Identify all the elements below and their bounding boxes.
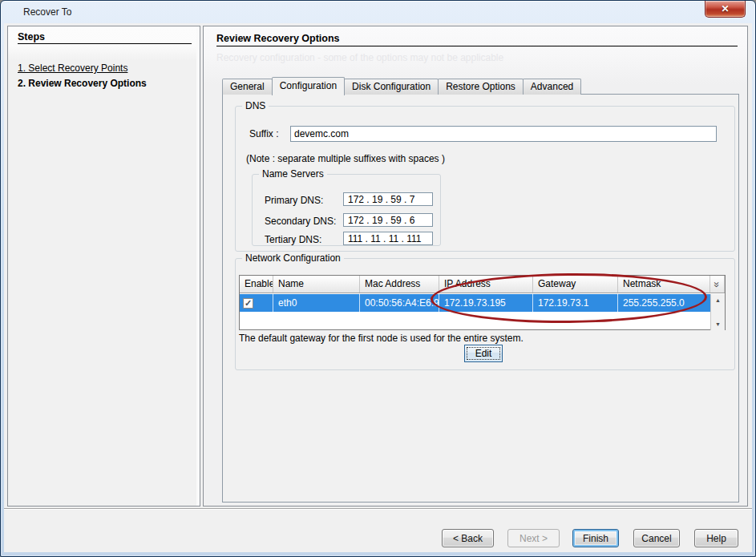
dns-suffix-input[interactable] — [290, 126, 717, 142]
name-cell: eth0 — [273, 294, 360, 312]
tertiary-dns-field[interactable]: 111 . 11 . 11 . 111 — [343, 232, 433, 245]
steps-heading-underline — [18, 43, 192, 44]
network-configuration-group: Network Configuration Enable Name Mac Ad… — [235, 258, 735, 370]
dns-group-label: DNS — [242, 100, 269, 111]
column-header-name[interactable]: Name — [273, 276, 360, 293]
step-review-recovery-options[interactable]: 2. Review Recovery Options — [18, 78, 147, 89]
netmask-cell: 255.255.255.0 — [618, 294, 710, 312]
network-table-header: Enable Name Mac Address IP Address Gatew… — [240, 276, 725, 293]
back-button[interactable]: < Back — [442, 529, 494, 547]
gateway-note: The default gateway for the first node i… — [239, 333, 524, 344]
enable-cell: ✓ — [240, 294, 273, 312]
gateway-cell: 172.19.73.1 — [533, 294, 618, 312]
name-servers-group: Name Servers Primary DNS: 172 . 19 . 59 … — [252, 174, 441, 246]
recover-to-dialog: Recover To ✕ Steps 1. Select Recovery Po… — [0, 0, 756, 557]
scroll-down-icon[interactable]: ▼ — [711, 318, 725, 330]
tab-restore-options[interactable]: Restore Options — [438, 79, 524, 95]
cancel-button[interactable]: Cancel — [633, 529, 680, 547]
close-button[interactable]: ✕ — [705, 1, 746, 18]
checkmark-icon: ✓ — [245, 299, 252, 308]
column-header-enable[interactable]: Enable — [240, 276, 273, 293]
page-title: Review Recovery Options — [216, 33, 340, 44]
secondary-dns-field[interactable]: 172 . 19 . 59 . 6 — [343, 213, 433, 227]
ip-address-cell: 172.19.73.195 — [439, 294, 533, 312]
network-table: Enable Name Mac Address IP Address Gatew… — [239, 275, 726, 330]
page-title-underline — [216, 46, 738, 46]
column-header-gateway[interactable]: Gateway — [533, 276, 618, 293]
configuration-tab-panel: DNS Suffix : (Note : separate multiple s… — [222, 94, 739, 503]
column-header-mac-address[interactable]: Mac Address — [360, 276, 439, 293]
finish-button[interactable]: Finish — [572, 529, 619, 547]
dns-group: DNS Suffix : (Note : separate multiple s… — [235, 106, 735, 252]
table-vertical-scrollbar[interactable]: ▲ ▼ — [710, 294, 725, 330]
mac-address-cell: 00:50:56:A4:E6:98 — [360, 294, 439, 312]
table-row-eth0[interactable]: ✓ eth0 00:50:56:A4:E6:98 172.19.73.195 1… — [240, 294, 710, 312]
help-button[interactable]: Help — [694, 529, 738, 547]
primary-dns-field[interactable]: 172 . 19 . 59 . 7 — [343, 192, 433, 206]
enable-checkbox[interactable]: ✓ — [243, 298, 253, 309]
window-title: Recover To — [23, 6, 71, 18]
steps-panel: Steps 1. Select Recovery Points 2. Revie… — [7, 26, 200, 507]
titlebar[interactable]: Recover To ✕ — [1, 1, 755, 23]
tab-disk-configuration[interactable]: Disk Configuration — [344, 79, 439, 95]
suffix-label: Suffix : — [249, 128, 278, 139]
page-description: Recovery configuration - some of the opt… — [216, 52, 503, 63]
main-panel: Review Recovery Options Recovery configu… — [203, 26, 748, 507]
column-header-ip-address[interactable]: IP Address — [439, 276, 533, 293]
scroll-up-icon[interactable]: ▲ — [711, 294, 725, 306]
column-chooser-button[interactable]: » — [710, 276, 725, 293]
edit-button[interactable]: Edit — [464, 345, 503, 362]
tab-advanced[interactable]: Advanced — [523, 79, 581, 95]
steps-heading: Steps — [18, 31, 45, 42]
client-area: Steps 1. Select Recovery Points 2. Revie… — [4, 23, 752, 552]
suffix-note: (Note : separate multiple suffixes with … — [246, 153, 445, 164]
tab-general[interactable]: General — [222, 79, 273, 95]
tab-configuration[interactable]: Configuration — [272, 77, 345, 95]
close-icon: ✕ — [721, 4, 729, 14]
tab-strip: General Configuration Disk Configuration… — [222, 76, 580, 95]
column-header-netmask[interactable]: Netmask — [618, 276, 710, 293]
step-select-recovery-points[interactable]: 1. Select Recovery Points — [18, 63, 127, 74]
primary-dns-label: Primary DNS: — [265, 195, 323, 206]
tertiary-dns-label: Tertiary DNS: — [265, 234, 321, 245]
name-servers-group-label: Name Servers — [259, 168, 327, 180]
double-chevron-down-icon: » — [712, 281, 722, 286]
network-configuration-group-label: Network Configuration — [242, 252, 344, 264]
next-button: Next > — [507, 529, 560, 547]
footer-separator — [4, 508, 752, 510]
secondary-dns-label: Secondary DNS: — [265, 216, 336, 227]
